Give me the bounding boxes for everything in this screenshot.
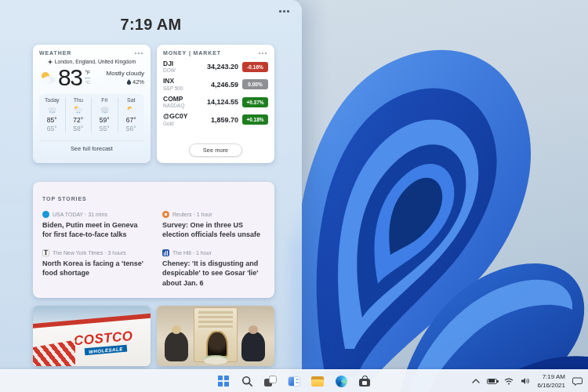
person-left bbox=[165, 332, 188, 361]
story-headline: Cheney: 'It is disgusting and despicable… bbox=[162, 259, 265, 287]
person-right bbox=[241, 332, 265, 361]
story-headline: Biden, Putin meet in Geneva for first fa… bbox=[42, 220, 145, 239]
top-stories-widget[interactable]: TOP STORIES USA TODAY · 31 mins Biden, P… bbox=[33, 182, 274, 298]
reuters-logo-icon bbox=[162, 211, 169, 218]
news-image-costco[interactable]: COSTCO WHOLESALE bbox=[33, 306, 151, 366]
weather-widget[interactable]: WEATHER London, England, United Kingdom bbox=[33, 45, 151, 163]
story-headline: North Korea is facing a 'tense' food sho… bbox=[42, 259, 145, 278]
nyt-logo-icon: T bbox=[42, 249, 49, 256]
windows-logo-icon bbox=[218, 376, 230, 387]
story-usatoday[interactable]: USA TODAY · 31 mins Biden, Putin meet in… bbox=[42, 211, 145, 239]
forecast-strip: Today 85° 65° Thu 72° 58° Fri bbox=[39, 94, 144, 136]
market-row-comp[interactable]: COMPNASDAQ 14,124.55 +0.37% bbox=[163, 96, 268, 108]
file-explorer-button[interactable] bbox=[310, 374, 325, 388]
rain-cloud-icon bbox=[47, 106, 57, 114]
the-hill-logo-icon bbox=[162, 249, 169, 256]
see-more-button[interactable]: See more bbox=[189, 143, 243, 157]
market-row-dji[interactable]: DJIDOW 34,243.20 -0.16% bbox=[163, 60, 268, 73]
raindrop-icon bbox=[127, 79, 131, 85]
see-full-forecast-link[interactable]: See full forecast bbox=[39, 140, 144, 152]
change-badge: 0.00% bbox=[242, 79, 268, 89]
weather-condition: Mostly cloudy bbox=[107, 70, 144, 77]
precipitation-value: 42% bbox=[132, 78, 144, 85]
unit-toggle[interactable]: °F °C bbox=[85, 71, 90, 85]
taskbar: 7:19 AM 6/16/2021 bbox=[0, 369, 588, 392]
story-meta: USA TODAY · 31 mins bbox=[53, 212, 107, 217]
edge-icon bbox=[336, 376, 347, 387]
search-button[interactable] bbox=[240, 374, 254, 388]
start-button[interactable] bbox=[216, 374, 230, 388]
notifications-button[interactable] bbox=[572, 377, 583, 386]
story-reuters[interactable]: Reuters · 1 hour Survey: One in three US… bbox=[162, 211, 265, 239]
story-thehill[interactable]: The Hill · 1 hour Cheney: 'It is disgust… bbox=[162, 249, 265, 287]
sun-cloud-icon bbox=[126, 106, 136, 114]
current-temperature: 83 bbox=[58, 66, 82, 89]
task-view-icon bbox=[264, 376, 277, 387]
market-row-inx[interactable]: INXS&P 500 4,246.59 0.00% bbox=[163, 78, 268, 90]
tray-date: 6/16/2021 bbox=[537, 381, 565, 390]
volume-icon[interactable] bbox=[521, 377, 530, 385]
forecast-day-sat[interactable]: Sat 67° 56° bbox=[118, 97, 145, 132]
widgets-more-icon[interactable] bbox=[279, 10, 289, 13]
widgets-icon bbox=[288, 376, 300, 387]
weather-title: WEATHER bbox=[39, 50, 71, 56]
story-meta: The Hill · 1 hour bbox=[172, 250, 212, 256]
edge-button[interactable] bbox=[334, 374, 348, 388]
change-badge: +0.37% bbox=[242, 97, 268, 107]
story-meta: Reuters · 1 hour bbox=[172, 212, 212, 217]
forecast-day-thu[interactable]: Thu 72° 58° bbox=[66, 97, 93, 132]
battery-icon[interactable] bbox=[487, 379, 497, 384]
forecast-day-fri[interactable]: Fri 59° 55° bbox=[92, 97, 118, 132]
forecast-day-today[interactable]: Today 85° 65° bbox=[39, 97, 66, 132]
story-nyt[interactable]: T The New York Times · 3 hours North Kor… bbox=[42, 249, 145, 287]
hidden-icons-chevron[interactable] bbox=[472, 379, 480, 383]
location-pin-icon bbox=[48, 60, 53, 64]
market-more-icon[interactable] bbox=[257, 51, 268, 56]
notification-bubble-icon bbox=[572, 377, 583, 386]
speaker-icon bbox=[521, 377, 530, 385]
desktop: 7:19 AM WEATHER London, England, Unit bbox=[0, 0, 588, 392]
change-badge: -0.16% bbox=[242, 62, 268, 72]
tray-time: 7:19 AM bbox=[537, 372, 565, 381]
task-view-button[interactable] bbox=[263, 374, 278, 388]
market-widget[interactable]: MONEY | MARKET DJIDOW 34,243.20 -0.16% I… bbox=[157, 45, 274, 163]
chevron-up-icon bbox=[472, 379, 480, 383]
windows-bloom-graphic bbox=[290, 0, 588, 392]
widgets-clock: 7:19 AM bbox=[0, 16, 302, 34]
market-title: MONEY | MARKET bbox=[163, 50, 221, 56]
microsoft-store-button[interactable] bbox=[358, 374, 372, 388]
tray-clock[interactable]: 7:19 AM 6/16/2021 bbox=[537, 372, 565, 390]
rain-cloud-icon bbox=[100, 106, 110, 114]
story-headline: Survey: One in three US election officia… bbox=[162, 220, 265, 239]
usa-today-logo-icon bbox=[42, 211, 49, 218]
widgets-button[interactable] bbox=[287, 374, 301, 388]
market-row-gold[interactable]: @GC0YGold 1,859.70 +0.18% bbox=[163, 113, 268, 125]
store-bag-icon bbox=[359, 376, 370, 387]
wifi-arcs-icon bbox=[504, 378, 514, 385]
fireplace bbox=[194, 307, 238, 362]
story-meta: The New York Times · 3 hours bbox=[53, 250, 126, 256]
sun-rain-icon bbox=[73, 106, 83, 114]
coffee-table bbox=[204, 357, 227, 365]
folder-icon bbox=[311, 376, 324, 387]
change-badge: +0.18% bbox=[242, 114, 268, 125]
widgets-body: WEATHER London, England, United Kingdom bbox=[33, 45, 274, 366]
weather-location: London, England, United Kingdom bbox=[55, 59, 136, 64]
weather-more-icon[interactable] bbox=[133, 51, 144, 56]
top-stories-title: TOP STORIES bbox=[42, 196, 87, 201]
partly-sunny-icon bbox=[39, 71, 58, 85]
wifi-icon[interactable] bbox=[504, 378, 514, 385]
widgets-panel: 7:19 AM WEATHER London, England, Unit bbox=[0, 0, 302, 370]
search-icon bbox=[241, 376, 253, 387]
news-image-meeting[interactable] bbox=[157, 306, 274, 366]
